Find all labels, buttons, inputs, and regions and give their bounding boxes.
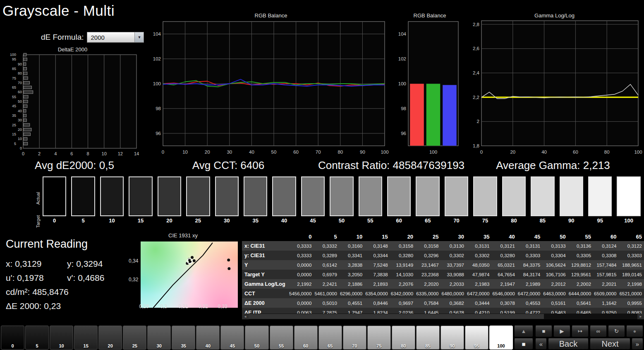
pattern-patch-0[interactable]: 0 <box>1 326 24 350</box>
svg-text:2: 2 <box>38 151 41 156</box>
pattern-patch-25[interactable]: 25 <box>123 326 146 350</box>
swatch-level-label: 5 <box>71 217 95 224</box>
collapse-button[interactable]: ▲ <box>514 326 533 337</box>
repeat-button[interactable]: ↻ <box>608 326 625 337</box>
table-cell: 0,3344 <box>364 251 390 260</box>
play-button[interactable]: ▶ <box>553 326 570 337</box>
next-button[interactable]: Next <box>590 338 630 350</box>
grayscale-swatch <box>215 176 239 216</box>
step-button[interactable]: ↦ <box>572 326 589 337</box>
pattern-patch-label: 0 <box>1 343 24 348</box>
table-cell: 84,3375 <box>517 260 542 270</box>
swatch-level-label: 20 <box>158 217 181 224</box>
gamma-chart-title: Gamma Log/Log <box>467 12 642 19</box>
rgb-balance-bar-chart-block: RGB Balance 9698100102104100 <box>396 12 463 160</box>
stop-button[interactable]: ■ <box>535 326 552 337</box>
table-cell: 6472,0000 <box>466 289 491 298</box>
pattern-patch-35[interactable]: 35 <box>172 326 195 350</box>
svg-text:20: 20 <box>510 150 515 154</box>
pattern-patch-80[interactable]: 80 <box>392 326 415 350</box>
table-cell: 0,9697 <box>390 298 415 308</box>
grayscale-swatch-slot: 60 <box>387 176 411 224</box>
grayscale-swatch-slot: 95 <box>588 176 612 224</box>
pattern-patch-5[interactable]: 5 <box>25 326 49 350</box>
pattern-patch-95[interactable]: 95 <box>465 326 488 350</box>
table-row-label: y: CIE31 <box>242 251 288 260</box>
svg-text:0: 0 <box>162 150 164 154</box>
table-cell: 2,2033 <box>441 279 466 289</box>
scrollbar-track[interactable] <box>249 314 637 319</box>
grayscale-swatch-slot: 10 <box>100 176 124 224</box>
swatch-level-label: 10 <box>100 217 124 224</box>
svg-text:35: 35 <box>12 113 16 118</box>
table-corner-cell <box>242 232 288 241</box>
table-cell: 2,2020 <box>415 279 441 289</box>
reading-value: cd/m²: 485,8476 <box>6 287 104 297</box>
svg-text:20: 20 <box>205 150 210 154</box>
svg-text:12: 12 <box>118 151 123 156</box>
pattern-patch-50[interactable]: 50 <box>245 326 268 350</box>
pattern-patch-15[interactable]: 15 <box>74 326 98 350</box>
swatch-level-label: 45 <box>301 217 325 224</box>
rgb-balance-bar-chart: 9698100102104100 <box>396 19 463 160</box>
grayscale-swatch <box>560 176 583 216</box>
table-cell: 157,7484 <box>593 260 618 270</box>
pattern-patch-90[interactable]: 90 <box>441 326 464 350</box>
svg-text:96: 96 <box>401 131 406 136</box>
pattern-patch-20[interactable]: 20 <box>98 326 122 350</box>
pattern-patch-85[interactable]: 85 <box>416 326 440 350</box>
scrollbar-thumb[interactable] <box>249 314 544 319</box>
table-cell: 3,2838 <box>339 260 364 270</box>
svg-text:0: 0 <box>20 146 22 150</box>
svg-text:90: 90 <box>360 150 365 154</box>
table-column-header: 5 <box>314 232 339 241</box>
pattern-patch-65[interactable]: 65 <box>318 326 342 350</box>
pattern-patch-label: 90 <box>441 343 464 348</box>
table-scrollbar[interactable]: ◄ ► <box>242 314 644 319</box>
grayscale-swatch-slot: 5 <box>71 176 95 224</box>
pattern-patch-30[interactable]: 30 <box>147 326 171 350</box>
record-button[interactable]: ● <box>626 326 643 337</box>
loop-infinite-button[interactable]: ∞ <box>590 326 607 337</box>
table-cell: 0,4551 <box>339 298 364 308</box>
table-column-header: 45 <box>517 232 542 241</box>
table-column-header: 55 <box>568 232 593 241</box>
pattern-patch-10[interactable]: 10 <box>50 326 73 350</box>
table-row: Gamma Log/Log2,19922,24212,18862,18932,2… <box>242 279 644 289</box>
table-column-header: 40 <box>491 232 517 241</box>
svg-text:80: 80 <box>604 150 610 154</box>
pattern-patch-label: 10 <box>50 343 73 348</box>
svg-text:55: 55 <box>12 95 16 99</box>
pattern-patch-60[interactable]: 60 <box>294 326 318 350</box>
pattern-patch-100[interactable]: 100 <box>489 326 513 350</box>
svg-text:20: 20 <box>18 128 22 132</box>
back-button[interactable]: Back <box>548 338 589 350</box>
table-cell: 188,9651 <box>618 260 644 270</box>
page-title: Grayscale - Multi <box>2 2 115 19</box>
table-cell: 0,5010 <box>314 298 339 308</box>
grayscale-swatch-slot: 25 <box>186 176 210 224</box>
table-cell: 47,9874 <box>466 270 491 279</box>
pattern-patch-label: 65 <box>319 343 342 348</box>
table-cell: 0,7584 <box>415 298 441 308</box>
pattern-patch-label: 15 <box>74 343 97 348</box>
de-formula-dropdown[interactable]: 2000 ▼ <box>87 32 144 43</box>
forward-button[interactable]: » <box>632 338 643 350</box>
swatch-level-label: 65 <box>416 217 439 224</box>
pattern-patch-55[interactable]: 55 <box>270 326 293 350</box>
pattern-patch-40[interactable]: 40 <box>196 326 220 350</box>
grayscale-swatch-slot: 40 <box>272 176 296 224</box>
deltae-chart: 0246810121405101520253035404550556065707… <box>3 53 142 157</box>
prev-button[interactable]: « <box>535 338 547 350</box>
current-reading-values: x: 0,3129y: 0,3294u': 0,1978v': 0,4686cd… <box>6 259 104 311</box>
pattern-patch-70[interactable]: 70 <box>343 326 366 350</box>
grayscale-swatch-slot: 50 <box>330 176 353 224</box>
pattern-window-button[interactable]: ■ <box>514 338 533 350</box>
svg-text:25: 25 <box>12 123 16 127</box>
grayscale-swatch <box>186 176 210 216</box>
scroll-right-icon[interactable]: ► <box>637 314 644 319</box>
pattern-patch-label: 55 <box>270 343 293 348</box>
pattern-patch-75[interactable]: 75 <box>367 326 391 350</box>
scroll-left-icon[interactable]: ◄ <box>242 314 249 319</box>
pattern-patch-45[interactable]: 45 <box>220 326 244 350</box>
